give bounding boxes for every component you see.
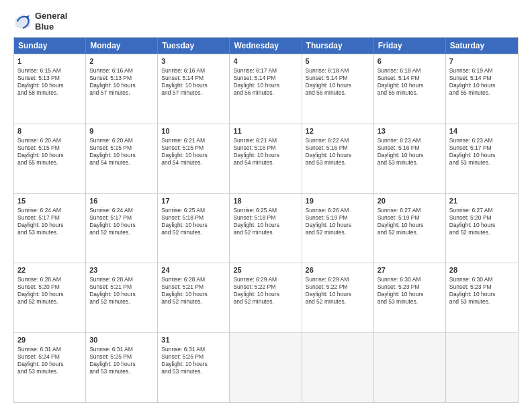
day-number: 21 xyxy=(449,196,515,206)
calendar-cell-5: 5Sunrise: 6:18 AM Sunset: 5:14 PM Daylig… xyxy=(302,54,374,124)
day-header-thursday: Thursday xyxy=(302,38,374,54)
day-number: 26 xyxy=(306,265,370,275)
calendar-cell-15: 15Sunrise: 6:24 AM Sunset: 5:17 PM Dayli… xyxy=(14,194,86,263)
day-info: Sunrise: 6:16 AM Sunset: 5:14 PM Dayligh… xyxy=(161,67,226,97)
day-info: Sunrise: 6:25 AM Sunset: 5:18 PM Dayligh… xyxy=(233,207,298,236)
day-info: Sunrise: 6:28 AM Sunset: 5:21 PM Dayligh… xyxy=(89,276,154,306)
day-info: Sunrise: 6:31 AM Sunset: 5:25 PM Dayligh… xyxy=(161,346,226,375)
day-number: 24 xyxy=(161,265,226,275)
day-header-saturday: Saturday xyxy=(446,38,518,54)
page: General Blue SundayMondayTuesdayWednesda… xyxy=(0,0,532,411)
calendar-cell-17: 17Sunrise: 6:25 AM Sunset: 5:18 PM Dayli… xyxy=(158,194,230,263)
calendar-cell-30: 30Sunrise: 6:31 AM Sunset: 5:25 PM Dayli… xyxy=(86,333,158,402)
day-number: 3 xyxy=(161,56,226,66)
day-info: Sunrise: 6:18 AM Sunset: 5:14 PM Dayligh… xyxy=(378,67,442,97)
calendar-cell-13: 13Sunrise: 6:23 AM Sunset: 5:16 PM Dayli… xyxy=(374,124,446,193)
day-info: Sunrise: 6:30 AM Sunset: 5:23 PM Dayligh… xyxy=(378,276,442,306)
day-info: Sunrise: 6:23 AM Sunset: 5:17 PM Dayligh… xyxy=(449,137,515,167)
day-number: 7 xyxy=(449,56,515,66)
day-info: Sunrise: 6:31 AM Sunset: 5:25 PM Dayligh… xyxy=(89,346,154,375)
day-number: 17 xyxy=(161,196,226,206)
calendar-cell-20: 20Sunrise: 6:27 AM Sunset: 5:19 PM Dayli… xyxy=(374,194,446,263)
day-info: Sunrise: 6:24 AM Sunset: 5:17 PM Dayligh… xyxy=(89,207,154,236)
calendar-cell-2: 2Sunrise: 6:16 AM Sunset: 5:13 PM Daylig… xyxy=(86,54,158,124)
logo-icon xyxy=(13,12,32,31)
day-number: 31 xyxy=(161,335,226,345)
calendar-cell-3: 3Sunrise: 6:16 AM Sunset: 5:14 PM Daylig… xyxy=(158,54,230,124)
day-info: Sunrise: 6:19 AM Sunset: 5:14 PM Dayligh… xyxy=(449,67,515,97)
calendar-cell-16: 16Sunrise: 6:24 AM Sunset: 5:17 PM Dayli… xyxy=(86,194,158,263)
day-number: 5 xyxy=(306,56,370,66)
day-info: Sunrise: 6:27 AM Sunset: 5:20 PM Dayligh… xyxy=(449,207,515,236)
calendar-cell-25: 25Sunrise: 6:29 AM Sunset: 5:22 PM Dayli… xyxy=(230,263,302,332)
calendar: SundayMondayTuesdayWednesdayThursdayFrid… xyxy=(13,37,519,403)
calendar-cell-18: 18Sunrise: 6:25 AM Sunset: 5:18 PM Dayli… xyxy=(230,194,302,263)
day-info: Sunrise: 6:18 AM Sunset: 5:14 PM Dayligh… xyxy=(306,67,370,97)
week-row-5: 29Sunrise: 6:31 AM Sunset: 5:24 PM Dayli… xyxy=(14,332,518,402)
day-info: Sunrise: 6:22 AM Sunset: 5:16 PM Dayligh… xyxy=(306,137,370,167)
day-number: 20 xyxy=(378,196,442,206)
calendar-cell-8: 8Sunrise: 6:20 AM Sunset: 5:15 PM Daylig… xyxy=(14,124,86,193)
day-number: 11 xyxy=(233,126,298,136)
day-info: Sunrise: 6:29 AM Sunset: 5:22 PM Dayligh… xyxy=(306,276,370,306)
day-number: 12 xyxy=(306,126,370,136)
day-info: Sunrise: 6:16 AM Sunset: 5:13 PM Dayligh… xyxy=(89,67,154,97)
calendar-cell-19: 19Sunrise: 6:26 AM Sunset: 5:19 PM Dayli… xyxy=(302,194,374,263)
calendar-cell-31: 31Sunrise: 6:31 AM Sunset: 5:25 PM Dayli… xyxy=(158,333,230,402)
week-row-1: 1Sunrise: 6:15 AM Sunset: 5:13 PM Daylig… xyxy=(14,54,518,124)
day-number: 28 xyxy=(449,265,515,275)
calendar-cell-10: 10Sunrise: 6:21 AM Sunset: 5:15 PM Dayli… xyxy=(158,124,230,193)
day-header-sunday: Sunday xyxy=(14,38,86,54)
week-row-4: 22Sunrise: 6:28 AM Sunset: 5:20 PM Dayli… xyxy=(14,263,518,332)
day-info: Sunrise: 6:17 AM Sunset: 5:14 PM Dayligh… xyxy=(233,67,298,97)
day-info: Sunrise: 6:20 AM Sunset: 5:15 PM Dayligh… xyxy=(17,137,82,167)
calendar-cell-6: 6Sunrise: 6:18 AM Sunset: 5:14 PM Daylig… xyxy=(374,54,446,124)
calendar-cell-32 xyxy=(230,333,302,402)
calendar-cell-34 xyxy=(374,333,446,402)
day-info: Sunrise: 6:30 AM Sunset: 5:23 PM Dayligh… xyxy=(449,276,515,306)
day-info: Sunrise: 6:23 AM Sunset: 5:16 PM Dayligh… xyxy=(378,137,442,167)
calendar-header: SundayMondayTuesdayWednesdayThursdayFrid… xyxy=(14,38,518,54)
day-number: 13 xyxy=(378,126,442,136)
calendar-body: 1Sunrise: 6:15 AM Sunset: 5:13 PM Daylig… xyxy=(14,54,518,402)
day-header-friday: Friday xyxy=(374,38,446,54)
day-number: 19 xyxy=(306,196,370,206)
header: General Blue xyxy=(13,11,519,32)
day-info: Sunrise: 6:28 AM Sunset: 5:21 PM Dayligh… xyxy=(161,276,226,306)
calendar-cell-33 xyxy=(302,333,374,402)
day-info: Sunrise: 6:15 AM Sunset: 5:13 PM Dayligh… xyxy=(17,67,82,97)
day-number: 30 xyxy=(89,335,154,345)
calendar-cell-24: 24Sunrise: 6:28 AM Sunset: 5:21 PM Dayli… xyxy=(158,263,230,332)
calendar-cell-22: 22Sunrise: 6:28 AM Sunset: 5:20 PM Dayli… xyxy=(14,263,86,332)
day-number: 16 xyxy=(89,196,154,206)
day-number: 6 xyxy=(378,56,442,66)
calendar-cell-29: 29Sunrise: 6:31 AM Sunset: 5:24 PM Dayli… xyxy=(14,333,86,402)
day-header-wednesday: Wednesday xyxy=(230,38,302,54)
calendar-cell-35 xyxy=(446,333,518,402)
week-row-3: 15Sunrise: 6:24 AM Sunset: 5:17 PM Dayli… xyxy=(14,193,518,263)
day-number: 29 xyxy=(17,335,82,345)
calendar-cell-12: 12Sunrise: 6:22 AM Sunset: 5:16 PM Dayli… xyxy=(302,124,374,193)
day-number: 25 xyxy=(233,265,298,275)
day-info: Sunrise: 6:28 AM Sunset: 5:20 PM Dayligh… xyxy=(17,276,82,306)
calendar-cell-26: 26Sunrise: 6:29 AM Sunset: 5:22 PM Dayli… xyxy=(302,263,374,332)
calendar-cell-27: 27Sunrise: 6:30 AM Sunset: 5:23 PM Dayli… xyxy=(374,263,446,332)
day-number: 9 xyxy=(89,126,154,136)
logo-text: General Blue xyxy=(35,11,67,32)
day-number: 10 xyxy=(161,126,226,136)
day-info: Sunrise: 6:21 AM Sunset: 5:15 PM Dayligh… xyxy=(161,137,226,167)
day-info: Sunrise: 6:27 AM Sunset: 5:19 PM Dayligh… xyxy=(378,207,442,236)
day-info: Sunrise: 6:21 AM Sunset: 5:16 PM Dayligh… xyxy=(233,137,298,167)
calendar-cell-14: 14Sunrise: 6:23 AM Sunset: 5:17 PM Dayli… xyxy=(446,124,518,193)
day-number: 15 xyxy=(17,196,82,206)
day-number: 1 xyxy=(17,56,82,66)
week-row-2: 8Sunrise: 6:20 AM Sunset: 5:15 PM Daylig… xyxy=(14,124,518,193)
day-number: 27 xyxy=(378,265,442,275)
day-number: 4 xyxy=(233,56,298,66)
calendar-cell-23: 23Sunrise: 6:28 AM Sunset: 5:21 PM Dayli… xyxy=(86,263,158,332)
day-number: 23 xyxy=(89,265,154,275)
calendar-cell-21: 21Sunrise: 6:27 AM Sunset: 5:20 PM Dayli… xyxy=(446,194,518,263)
day-number: 18 xyxy=(233,196,298,206)
calendar-cell-4: 4Sunrise: 6:17 AM Sunset: 5:14 PM Daylig… xyxy=(230,54,302,124)
day-info: Sunrise: 6:26 AM Sunset: 5:19 PM Dayligh… xyxy=(306,207,370,236)
